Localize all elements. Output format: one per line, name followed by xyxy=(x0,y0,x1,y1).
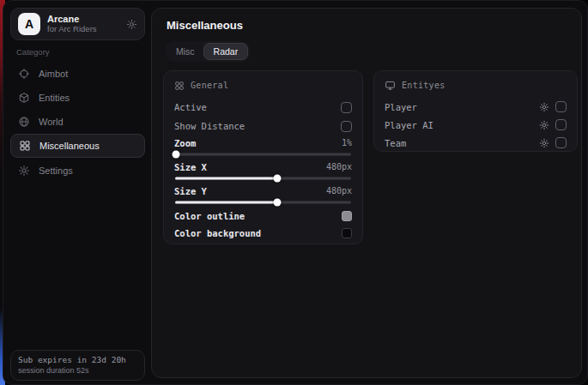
gear-icon[interactable] xyxy=(539,120,549,130)
sidebar-item-world[interactable]: World xyxy=(10,110,145,134)
active-checkbox[interactable] xyxy=(341,102,352,113)
sidebar-item-label: World xyxy=(39,117,64,127)
tab-bar: Misc Radar xyxy=(166,41,250,62)
slider-track xyxy=(175,153,351,156)
screen: A Arcane for Arc Riders Category Aimbot … xyxy=(0,0,588,385)
globe-icon xyxy=(18,116,30,128)
general-card-header: General xyxy=(174,79,352,92)
team-checkbox[interactable] xyxy=(555,137,567,148)
gear-icon[interactable] xyxy=(539,102,549,112)
entities-card-header: Entityes xyxy=(385,79,567,92)
color-outline-row: Color outline xyxy=(174,208,352,225)
app-window: A Arcane for Arc Riders Category Aimbot … xyxy=(3,0,588,385)
player-ai-label: Player AI xyxy=(385,120,433,130)
general-card: General Active Show Distance Zoom 1% xyxy=(163,70,363,244)
page-title: Miscellaneous xyxy=(167,19,243,32)
app-logo: A xyxy=(18,13,40,35)
slider-thumb[interactable] xyxy=(274,199,282,207)
color-background-label: Color background xyxy=(174,228,261,238)
size-x-value: 480px xyxy=(326,162,352,171)
zoom-value: 1% xyxy=(342,138,352,147)
sidebar: A Arcane for Arc Riders Category Aimbot … xyxy=(3,1,151,384)
color-background-row: Color background xyxy=(174,225,352,242)
slider-thumb[interactable] xyxy=(274,175,282,183)
entities-card: Entityes Player Player AI xyxy=(373,70,578,152)
grid-icon xyxy=(19,140,31,152)
app-name: Arcane xyxy=(47,14,126,25)
crosshair-icon xyxy=(18,68,30,80)
player-checkbox[interactable] xyxy=(555,101,567,112)
size-y-value: 480px xyxy=(326,186,352,196)
layout-grid-icon xyxy=(174,81,185,91)
show-distance-label: Show Distance xyxy=(174,121,245,131)
size-y-label: Size Y xyxy=(174,186,207,196)
show-distance-checkbox[interactable] xyxy=(341,121,352,132)
color-outline-label: Color outline xyxy=(174,211,245,221)
player-ai-checkbox[interactable] xyxy=(555,119,567,130)
size-x-row: Size X 480px xyxy=(174,159,352,174)
active-row: Active xyxy=(174,98,352,117)
tab-radar[interactable]: Radar xyxy=(203,43,249,60)
sidebar-item-label: Entities xyxy=(39,93,70,103)
gear-icon[interactable] xyxy=(539,138,549,148)
tab-misc[interactable]: Misc xyxy=(167,44,203,59)
gear-icon xyxy=(18,165,30,177)
sidebar-item-miscellaneous[interactable]: Miscellaneous xyxy=(10,134,145,158)
player-row: Player xyxy=(385,98,567,116)
general-card-title: General xyxy=(191,81,228,90)
session-duration-text: session duration 52s xyxy=(18,366,137,375)
subscription-card: Sub expires in 23d 20h session duration … xyxy=(10,350,145,381)
color-background-swatch[interactable] xyxy=(342,228,352,238)
sidebar-item-entities[interactable]: Entities xyxy=(10,86,145,110)
player-ai-row: Player AI xyxy=(385,116,567,134)
show-distance-row: Show Distance xyxy=(174,117,352,135)
sidebar-item-label: Aimbot xyxy=(39,69,68,79)
size-y-slider[interactable] xyxy=(174,198,352,207)
entities-card-title: Entityes xyxy=(402,81,446,90)
zoom-label: Zoom xyxy=(174,138,196,148)
slider-fill xyxy=(175,202,278,204)
sidebar-item-aimbot[interactable]: Aimbot xyxy=(10,62,145,86)
sidebar-item-label: Settings xyxy=(39,165,73,176)
brand-text: Arcane for Arc Riders xyxy=(47,14,126,34)
size-y-row: Size Y 480px xyxy=(174,183,352,198)
active-label: Active xyxy=(174,102,207,112)
cube-icon xyxy=(18,92,30,104)
sidebar-item-settings[interactable]: Settings xyxy=(10,159,145,183)
size-x-slider[interactable] xyxy=(174,174,352,183)
team-row: Team xyxy=(385,134,567,152)
zoom-slider[interactable] xyxy=(174,150,352,159)
zoom-row: Zoom 1% xyxy=(174,135,352,150)
team-label: Team xyxy=(385,138,406,148)
monitor-icon xyxy=(385,80,396,91)
gear-icon[interactable] xyxy=(126,19,137,30)
sub-expires-text: Sub expires in 23d 20h xyxy=(18,355,137,364)
category-label: Category xyxy=(16,47,50,57)
app-subtitle: for Arc Riders xyxy=(47,25,126,34)
size-x-label: Size X xyxy=(174,162,207,172)
player-label: Player xyxy=(385,102,417,112)
main-panel: Miscellaneous Misc Radar General Active … xyxy=(151,8,582,378)
slider-thumb[interactable] xyxy=(173,151,180,159)
slider-fill xyxy=(175,177,278,180)
brand-card: A Arcane for Arc Riders xyxy=(10,8,145,40)
sidebar-item-label: Miscellaneous xyxy=(39,141,100,151)
color-outline-swatch[interactable] xyxy=(342,211,352,221)
